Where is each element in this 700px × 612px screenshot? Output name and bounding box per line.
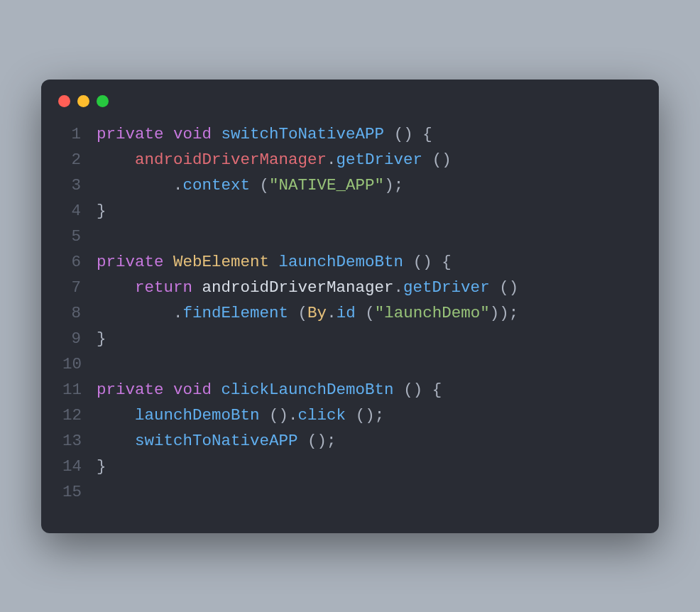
code-line: 15 [62,479,638,505]
code-line: 4} [62,198,638,224]
code-line: 13 switchToNativeAPP (); [62,428,638,454]
line-number: 12 [62,403,97,428]
code-line: 5 [62,224,638,249]
line-number: 8 [62,300,97,326]
code-content: launchDemoBtn ().click (); [97,403,384,428]
line-number: 13 [62,428,97,454]
code-window: 1private void switchToNativeAPP () {2 an… [41,80,659,533]
code-content: } [97,454,106,479]
close-icon[interactable] [58,95,70,107]
code-line: 7 return androidDriverManager.getDriver … [62,275,638,300]
line-number: 2 [62,147,97,173]
code-content: } [97,326,106,351]
code-line: 3 .context ("NATIVE_APP"); [62,173,638,198]
code-content: private WebElement launchDemoBtn () { [97,249,452,275]
code-content: switchToNativeAPP (); [97,428,337,454]
code-line: 9} [62,326,638,351]
line-number: 4 [62,198,97,224]
line-number: 10 [62,351,97,377]
code-line: 6private WebElement launchDemoBtn () { [62,249,638,275]
window-titlebar [41,80,659,114]
code-content: return androidDriverManager.getDriver () [97,275,518,300]
line-number: 5 [62,224,97,249]
code-content: private void switchToNativeAPP () { [97,121,432,147]
code-line: 11private void clickLaunchDemoBtn () { [62,377,638,403]
code-line: 1private void switchToNativeAPP () { [62,121,638,147]
line-number: 3 [62,173,97,198]
line-number: 9 [62,326,97,351]
code-content: androidDriverManager.getDriver () [97,147,452,173]
line-number: 6 [62,249,97,275]
line-number: 1 [62,121,97,147]
line-number: 14 [62,454,97,479]
line-number: 11 [62,377,97,403]
code-content: .findElement (By.id ("launchDemo")); [97,300,518,326]
code-content: .context ("NATIVE_APP"); [97,173,403,198]
minimize-icon[interactable] [77,95,89,107]
code-area: 1private void switchToNativeAPP () {2 an… [41,114,659,505]
code-line: 14} [62,454,638,479]
line-number: 7 [62,275,97,300]
code-line: 2 androidDriverManager.getDriver () [62,147,638,173]
code-content: private void clickLaunchDemoBtn () { [97,377,442,403]
code-line: 12 launchDemoBtn ().click (); [62,403,638,428]
code-line: 10 [62,351,638,377]
code-line: 8 .findElement (By.id ("launchDemo")); [62,300,638,326]
maximize-icon[interactable] [97,95,109,107]
code-content: } [97,198,106,224]
line-number: 15 [62,479,97,505]
